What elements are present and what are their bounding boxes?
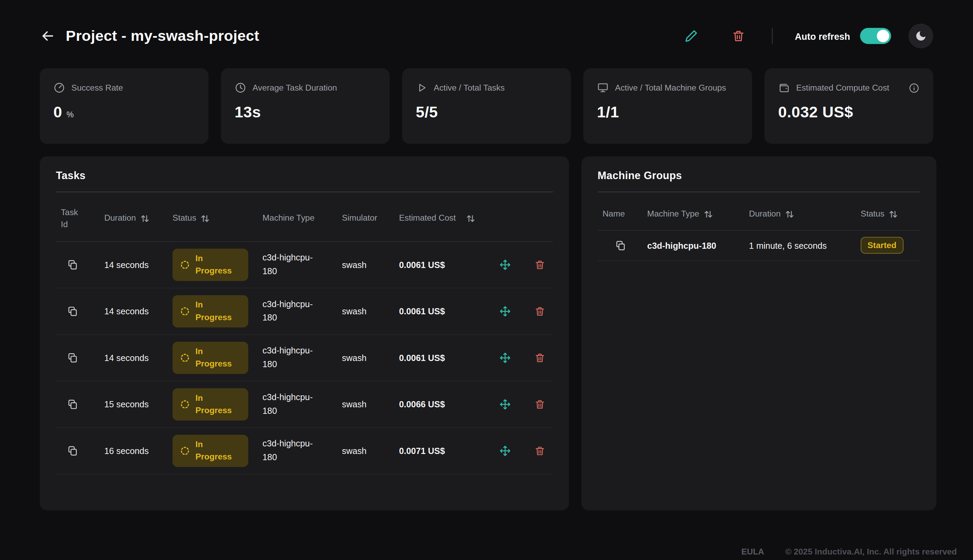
task-cost: 0.0071 US$ [394, 446, 461, 456]
spinner-icon [180, 446, 190, 456]
task-cost: 0.0061 US$ [394, 260, 461, 270]
delete-task-button[interactable] [531, 395, 549, 413]
back-button[interactable] [40, 28, 56, 44]
open-task-button[interactable] [496, 255, 514, 274]
task-machine-type: c3d-highcpu-180 [263, 437, 320, 464]
column-estimated-cost: Estimated Cost [399, 213, 456, 225]
copy-icon [615, 240, 626, 251]
copy-task-id-button[interactable] [67, 352, 78, 363]
task-simulator: swash [337, 446, 394, 456]
trash-icon [732, 29, 745, 43]
pencil-icon [684, 29, 698, 43]
task-simulator: swash [337, 399, 394, 409]
stat-value: 1/1 [597, 103, 739, 121]
stat-card-avg-task-duration: Average Task Duration 13s [221, 68, 390, 144]
auto-refresh-toggle[interactable] [860, 28, 891, 44]
sort-icon[interactable] [889, 210, 898, 219]
tasks-panel: Tasks Task Id Duration Status Machine Ty… [40, 156, 569, 510]
delete-task-button[interactable] [531, 302, 549, 320]
arrows-move-icon [499, 399, 511, 410]
status-label: In Progress [195, 252, 240, 277]
delete-task-button[interactable] [531, 348, 549, 367]
open-task-button[interactable] [496, 395, 514, 413]
trash-icon [534, 306, 546, 317]
task-simulator: swash [337, 306, 394, 316]
header: Project - my-swash-project Auto refresh [0, 0, 973, 48]
task-duration: 15 seconds [99, 399, 167, 409]
machine-group-row: c3d-highcpu-180 1 minute, 6 seconds Star… [598, 231, 920, 261]
play-icon [416, 82, 427, 94]
column-duration: Duration [104, 213, 136, 225]
spinner-icon [180, 260, 190, 270]
gauge-icon [53, 82, 65, 94]
delete-task-button[interactable] [531, 441, 549, 460]
copy-icon [67, 445, 78, 457]
task-row: 14 seconds In Progress c3d-highcpu-180 s… [56, 288, 553, 335]
stat-card-active-total-machine-groups: Active / Total Machine Groups 1/1 [583, 68, 752, 144]
eula-link[interactable]: EULA [741, 547, 764, 556]
delete-project-button[interactable] [729, 26, 748, 46]
copy-task-id-button[interactable] [67, 259, 78, 270]
copy-task-id-button[interactable] [67, 445, 78, 457]
trash-icon [534, 399, 546, 410]
stats-row: Success Rate 0% Average Task Duration 13… [0, 68, 973, 144]
open-task-button[interactable] [496, 302, 514, 320]
sort-icon[interactable] [703, 210, 713, 219]
trash-icon [534, 445, 546, 457]
column-name: Name [602, 208, 625, 220]
task-duration: 14 seconds [99, 353, 167, 363]
monitor-icon [597, 82, 609, 94]
task-cost: 0.0061 US$ [394, 306, 461, 316]
info-icon[interactable] [908, 82, 920, 93]
status-badge: Started [861, 237, 903, 254]
status-badge: In Progress [172, 388, 248, 421]
sort-icon[interactable] [140, 214, 150, 223]
group-duration: 1 minute, 6 seconds [744, 240, 856, 250]
copy-icon [67, 352, 78, 363]
delete-task-button[interactable] [531, 255, 549, 274]
arrows-move-icon [499, 445, 511, 457]
open-task-button[interactable] [496, 348, 514, 367]
theme-toggle-button[interactable] [908, 24, 933, 48]
sort-icon[interactable] [200, 214, 210, 223]
task-row: 14 seconds In Progress c3d-highcpu-180 s… [56, 335, 553, 382]
project-dashboard: Project - my-swash-project Auto refresh … [0, 0, 973, 560]
footer: EULA © 2025 Inductiva.AI, Inc. All right… [741, 547, 957, 556]
stat-value: 0.032 US$ [778, 103, 920, 121]
status-badge: In Progress [172, 434, 248, 467]
stat-label: Success Rate [72, 83, 123, 92]
column-status: Status [861, 208, 885, 220]
arrow-left-icon [40, 28, 56, 44]
task-cost: 0.0061 US$ [394, 353, 461, 363]
copy-group-name-button[interactable] [615, 240, 626, 251]
task-machine-type: c3d-highcpu-180 [263, 344, 320, 371]
stat-card-estimated-compute-cost: Estimated Compute Cost 0.032 US$ [764, 68, 933, 144]
edit-project-button[interactable] [681, 26, 701, 46]
trash-icon [534, 259, 546, 270]
stat-unit: % [67, 110, 74, 119]
column-duration: Duration [749, 208, 781, 220]
task-row: 15 seconds In Progress c3d-highcpu-180 s… [56, 381, 553, 428]
machine-groups-panel: Machine Groups Name Machine Type Duratio… [582, 156, 936, 510]
copy-icon [67, 306, 78, 317]
status-label: In Progress [195, 392, 240, 417]
task-row: 16 seconds In Progress c3d-highcpu-180 s… [56, 428, 553, 475]
status-label: In Progress [195, 298, 240, 323]
sort-icon[interactable] [466, 214, 475, 223]
arrows-move-icon [499, 259, 511, 270]
sort-icon[interactable] [785, 210, 794, 219]
task-machine-type: c3d-highcpu-180 [263, 298, 320, 325]
main-content: Tasks Task Id Duration Status Machine Ty… [0, 156, 973, 510]
task-row: 14 seconds In Progress c3d-highcpu-180 s… [56, 242, 553, 288]
task-machine-type: c3d-highcpu-180 [263, 391, 320, 418]
tasks-panel-title: Tasks [56, 170, 553, 182]
moon-icon [915, 30, 927, 42]
arrows-move-icon [499, 306, 511, 317]
copy-icon [67, 399, 78, 410]
status-badge: In Progress [172, 248, 248, 281]
status-badge: In Progress [172, 342, 248, 374]
task-cost: 0.0066 US$ [394, 399, 461, 409]
copy-task-id-button[interactable] [67, 306, 78, 317]
open-task-button[interactable] [496, 441, 514, 460]
copy-task-id-button[interactable] [67, 399, 78, 410]
